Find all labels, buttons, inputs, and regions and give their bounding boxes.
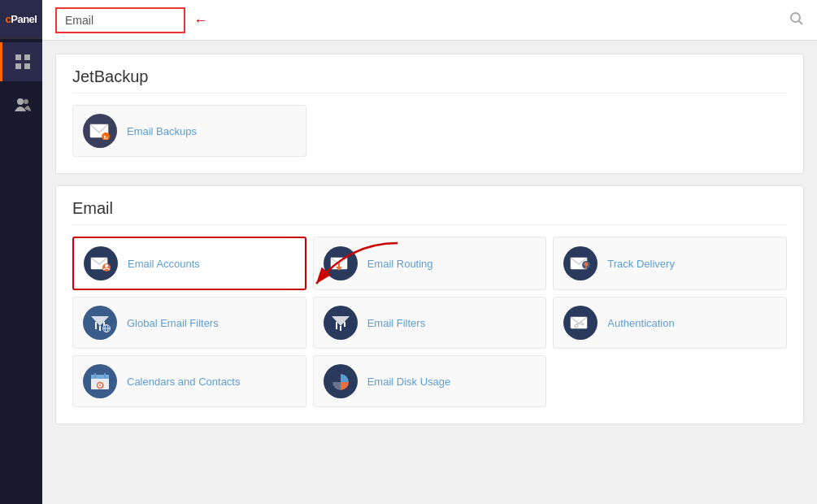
sidebar-item-grid[interactable] <box>0 42 42 81</box>
jetbackup-title: JetBackup <box>72 67 787 93</box>
calendars-contacts-label: Calendars and Contacts <box>127 376 240 388</box>
calendar-at-icon <box>89 371 111 391</box>
svg-rect-2 <box>15 63 21 69</box>
calendars-contacts-icon <box>83 364 117 398</box>
content-area: JetBackup ↻ Email Backups <box>42 41 817 504</box>
email-disk-usage-label: Email Disk Usage <box>367 376 451 388</box>
jetbackup-grid: ↻ Email Backups <box>72 105 787 157</box>
email-routing-icon <box>324 246 358 280</box>
grid-icon <box>14 53 32 71</box>
email-filters-label: Email Filters <box>367 317 426 329</box>
filter-icon <box>330 313 351 332</box>
envelope-routing-icon <box>330 254 351 272</box>
envelope-key-icon <box>570 314 591 332</box>
svg-point-5 <box>24 99 28 104</box>
disk-pie-icon <box>330 371 351 391</box>
email-section-title: Email <box>72 199 787 225</box>
jetbackup-section: JetBackup ↻ Email Backups <box>55 54 804 174</box>
email-accounts-icon <box>84 246 118 280</box>
envelope-person-icon <box>90 254 111 272</box>
email-accounts-tile[interactable]: Email Accounts <box>72 237 306 290</box>
calendars-contacts-tile[interactable]: Calendars and Contacts <box>72 355 306 407</box>
sidebar-item-users[interactable] <box>0 85 42 124</box>
svg-text:↻: ↻ <box>103 135 108 140</box>
envelope-backup-icon: ↻ <box>89 122 111 140</box>
svg-point-4 <box>17 98 24 105</box>
authentication-icon <box>563 306 598 340</box>
svg-rect-33 <box>91 375 109 379</box>
global-email-filters-label: Global Email Filters <box>127 317 219 329</box>
authentication-tile[interactable]: Authentication <box>553 297 787 349</box>
svg-rect-1 <box>24 54 30 60</box>
email-filters-tile[interactable]: Email Filters <box>313 297 547 349</box>
users-icon <box>14 95 32 113</box>
email-backups-label: Email Backups <box>127 125 197 137</box>
main-content: ← JetBackup ↻ <box>42 0 817 504</box>
track-delivery-label: Track Delivery <box>607 258 675 270</box>
global-email-filters-icon <box>83 306 117 340</box>
sidebar-logo: cPanel <box>0 0 42 39</box>
email-filters-icon <box>324 306 358 340</box>
svg-line-7 <box>799 20 803 24</box>
svg-point-38 <box>99 385 101 386</box>
email-routing-label: Email Routing <box>367 258 433 270</box>
search-button[interactable] <box>789 11 804 29</box>
svg-point-14 <box>105 264 108 267</box>
cpanel-logo: cPanel <box>6 13 37 25</box>
sidebar: cPanel <box>0 0 42 504</box>
envelope-pin-icon <box>570 254 591 272</box>
search-input[interactable] <box>55 7 185 33</box>
svg-rect-0 <box>15 54 21 60</box>
email-backups-icon: ↻ <box>83 114 117 148</box>
email-disk-usage-icon <box>324 364 358 398</box>
svg-rect-3 <box>24 63 30 69</box>
email-disk-usage-tile[interactable]: Email Disk Usage <box>313 355 547 407</box>
email-section: Email <box>55 185 804 424</box>
authentication-label: Authentication <box>607 317 674 329</box>
track-delivery-tile[interactable]: Track Delivery <box>553 237 787 290</box>
global-email-filters-tile[interactable]: Global Email Filters <box>72 297 306 349</box>
filter-globe-icon <box>89 313 111 332</box>
email-items-grid: Email Accounts Email Routing <box>72 237 787 407</box>
email-routing-tile[interactable]: Email Routing <box>313 237 547 290</box>
email-backups-tile[interactable]: ↻ Email Backups <box>72 105 306 157</box>
annotation-arrow: ← <box>193 13 208 28</box>
track-delivery-icon <box>563 246 598 280</box>
svg-point-19 <box>585 263 589 267</box>
search-icon <box>789 11 804 26</box>
svg-point-6 <box>791 13 800 22</box>
search-bar: ← <box>42 0 817 41</box>
search-input-wrapper: ← <box>55 7 789 33</box>
email-accounts-label: Email Accounts <box>128 258 200 270</box>
